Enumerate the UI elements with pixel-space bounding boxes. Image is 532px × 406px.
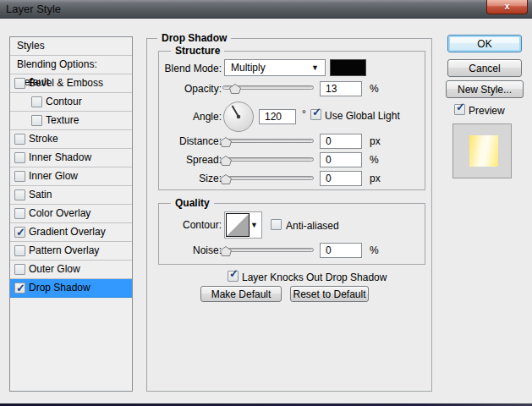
sidebar-item-texture[interactable]: Texture [10, 112, 132, 130]
satin-checkbox[interactable] [14, 189, 25, 200]
preview-thumbnail [452, 123, 512, 178]
sidebar-item-stroke[interactable]: Stroke [10, 130, 132, 149]
quality-group-title: Quality [171, 197, 214, 209]
contour-checkbox[interactable] [31, 96, 42, 107]
title-bar[interactable]: Layer Style x [0, 0, 532, 19]
use-global-light-checkbox[interactable] [310, 109, 321, 120]
sidebar-item-inner-glow[interactable]: Inner Glow [10, 167, 132, 186]
cancel-button[interactable]: Cancel [447, 59, 522, 77]
spread-unit: % [370, 154, 379, 166]
sidebar-item-blending-options[interactable]: Blending Options: Default [10, 56, 132, 74]
ok-button[interactable]: OK [447, 35, 522, 52]
sidebar-item-drop-shadow[interactable]: Drop Shadow [10, 279, 132, 298]
angle-label: Angle: [137, 111, 222, 123]
make-default-button[interactable]: Make Default [200, 286, 282, 302]
contour-label: Contour: [137, 219, 222, 231]
contour-picker[interactable]: ▼ [224, 211, 262, 239]
anti-aliased-label: Anti-aliased [286, 220, 339, 232]
spread-slider-thumb[interactable] [220, 156, 232, 166]
contour-thumbnail-icon [226, 213, 250, 237]
sidebar-item-contour[interactable]: Contour [10, 93, 132, 112]
spread-input[interactable] [320, 152, 362, 167]
layer-knocks-out-checkbox[interactable] [228, 271, 239, 282]
color-overlay-checkbox[interactable] [14, 208, 25, 219]
reset-to-default-button[interactable]: Reset to Default [290, 286, 369, 302]
sidebar-item-label: Texture [46, 112, 79, 129]
angle-input[interactable] [259, 109, 296, 124]
sidebar-item-label: Stroke [29, 130, 58, 148]
use-global-light-label: Use Global Light [325, 110, 400, 122]
opacity-slider-thumb[interactable] [229, 84, 241, 94]
blend-mode-label: Blend Mode: [137, 63, 222, 74]
size-slider-thumb[interactable] [220, 174, 232, 184]
sidebar-item-label: Contour [46, 93, 82, 111]
sidebar-item-label: Inner Glow [29, 167, 78, 185]
size-unit: px [370, 173, 381, 184]
noise-unit: % [370, 244, 379, 256]
distance-slider-thumb[interactable] [220, 137, 232, 147]
noise-slider[interactable] [222, 248, 314, 252]
sidebar-item-label: Satin [29, 186, 52, 204]
gradient-overlay-checkbox[interactable] [14, 227, 25, 238]
sidebar-item-label: Pattern Overlay [29, 242, 99, 260]
stroke-checkbox[interactable] [14, 134, 25, 145]
bevel-emboss-checkbox[interactable] [14, 78, 25, 89]
sidebar-item-gradient-overlay[interactable]: Gradient Overlay [10, 223, 132, 242]
styles-header-label: Styles [17, 37, 45, 55]
noise-slider-thumb[interactable] [220, 246, 232, 256]
close-icon: x [504, 1, 509, 11]
sidebar-item-satin[interactable]: Satin [10, 186, 132, 205]
angle-needle [224, 102, 253, 131]
opacity-input[interactable] [320, 81, 362, 96]
preview-checkbox[interactable] [454, 104, 465, 115]
sidebar-item-color-overlay[interactable]: Color Overlay [10, 205, 132, 223]
styles-header: Styles [10, 37, 132, 56]
shadow-color-swatch[interactable] [330, 59, 366, 76]
spread-label: Spread: [137, 154, 222, 166]
styles-panel: Styles Blending Options: Default Bevel &… [9, 36, 133, 392]
sidebar-item-label: Drop Shadow [29, 279, 90, 297]
gradient-preview-swatch [469, 135, 498, 167]
sidebar-item-pattern-overlay[interactable]: Pattern Overlay [10, 242, 132, 261]
new-style-button[interactable]: New Style... [446, 80, 524, 98]
angle-unit: ° [302, 108, 306, 120]
spread-slider[interactable] [222, 157, 314, 162]
blend-mode-select[interactable]: Multiply ▼ [224, 59, 326, 76]
blend-mode-value: Multiply [231, 62, 266, 74]
sidebar-item-label: Inner Shadow [29, 149, 91, 167]
distance-slider[interactable] [222, 139, 314, 143]
structure-group-title: Structure [171, 45, 224, 57]
opacity-label: Opacity: [137, 83, 222, 95]
drop-shadow-checkbox[interactable] [14, 283, 25, 294]
sidebar-item-bevel-emboss[interactable]: Bevel & Emboss [10, 74, 132, 93]
size-slider[interactable] [222, 176, 314, 180]
window-title: Layer Style [6, 3, 61, 15]
sidebar-item-inner-shadow[interactable]: Inner Shadow [10, 149, 132, 167]
dropdown-arrow-icon: ▼ [311, 60, 319, 75]
opacity-unit: % [370, 83, 379, 95]
sidebar-item-label: Bevel & Emboss [29, 74, 103, 92]
sidebar-item-outer-glow[interactable]: Outer Glow [10, 261, 132, 279]
sidebar-item-label: Color Overlay [29, 205, 90, 222]
inner-shadow-checkbox[interactable] [14, 152, 25, 163]
texture-checkbox[interactable] [31, 115, 42, 126]
sidebar-item-label: Outer Glow [29, 261, 80, 278]
pattern-overlay-checkbox[interactable] [14, 245, 25, 256]
size-label: Size: [137, 173, 222, 184]
distance-label: Distance: [137, 135, 222, 147]
close-button[interactable]: x [486, 0, 528, 14]
size-input[interactable] [320, 171, 362, 186]
dropdown-arrow-icon: ▼ [250, 221, 258, 229]
distance-input[interactable] [320, 134, 362, 149]
preview-label: Preview [469, 105, 505, 117]
distance-unit: px [370, 135, 381, 147]
noise-label: Noise: [137, 244, 222, 256]
drop-shadow-group-title: Drop Shadow [157, 32, 231, 44]
layer-knocks-out-label: Layer Knocks Out Drop Shadow [242, 272, 387, 283]
sidebar-item-label: Gradient Overlay [29, 223, 106, 241]
angle-dial[interactable] [223, 102, 254, 132]
noise-input[interactable] [320, 243, 362, 258]
anti-aliased-checkbox[interactable] [271, 219, 282, 230]
inner-glow-checkbox[interactable] [14, 171, 25, 182]
outer-glow-checkbox[interactable] [14, 264, 25, 275]
